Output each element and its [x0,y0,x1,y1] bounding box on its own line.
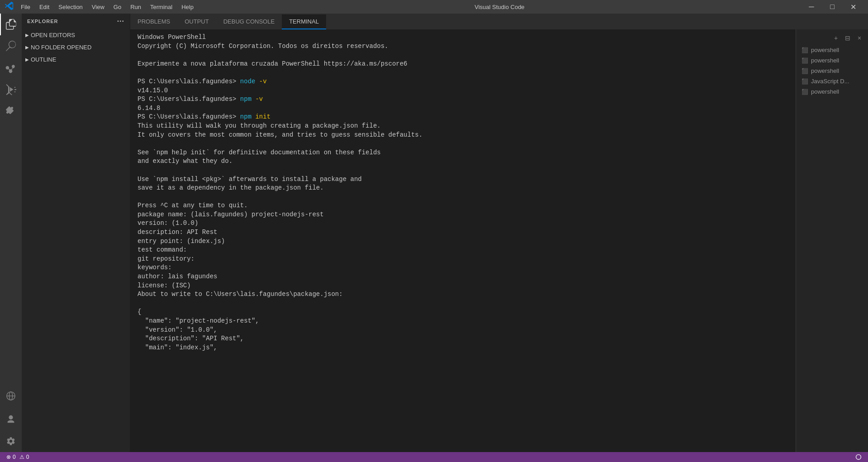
outline-header[interactable]: ▶ OUTLINE [22,54,130,65]
account-icon[interactable] [0,409,22,430]
explorer-label: Explorer [27,19,58,24]
terminal-instance-label: powershell [811,47,839,53]
terminal-instance-label: powershell [811,67,839,74]
terminal-instance-item[interactable]: ⬛powershell [796,66,868,76]
menu-go[interactable]: Go [109,2,126,12]
terminal-area: Windows PowerShell Copyright (C) Microso… [130,29,868,452]
terminal-instance-item[interactable]: ⬛JavaScript D... [796,76,868,86]
tab-debug-console[interactable]: DEBUG CONSOLE [216,14,282,29]
no-folder-header[interactable]: ▶ NO FOLDER OPENED [22,42,130,52]
status-remote[interactable] [853,454,864,460]
terminal-instance-icon: ⬛ [802,68,808,74]
open-editors-section: ▶ OPEN EDITORS [22,29,130,41]
terminal-instance-icon: ⬛ [802,57,808,64]
menu-edit[interactable]: Edit [35,2,54,12]
vscode-logo [5,1,14,12]
outline-chevron: ▶ [25,57,29,62]
open-editors-label: OPEN EDITORS [31,32,75,38]
new-terminal-button[interactable]: + [831,33,841,43]
maximize-button[interactable]: □ [822,0,843,14]
warning-count: 0 [26,454,29,460]
status-bar: ⊗ 0 ⚠ 0 [0,452,868,462]
terminal-instance-icon: ⬛ [802,47,808,53]
kill-terminal-button[interactable]: × [854,33,864,43]
menu-bar: File Edit Selection View Go Run Terminal… [16,2,198,12]
terminal-instance-icon: ⬛ [802,89,808,95]
terminal-panel-header: + ⊟ × [796,31,868,45]
error-icon: ⊗ [6,454,11,460]
run-debug-icon[interactable] [0,79,22,100]
menu-file[interactable]: File [16,2,35,12]
minimize-button[interactable]: ─ [801,0,822,14]
activity-bar [0,14,22,452]
menu-help[interactable]: Help [177,2,198,12]
menu-selection[interactable]: Selection [54,2,87,12]
tab-terminal[interactable]: TERMINAL [282,14,326,29]
terminal-instance-item[interactable]: ⬛powershell [796,86,868,97]
open-editors-chevron: ▶ [25,33,29,38]
title-bar: File Edit Selection View Go Run Terminal… [0,0,868,14]
sidebar-more-button[interactable]: ··· [117,17,124,25]
remote-explorer-icon[interactable] [0,385,22,407]
terminal-instance-item[interactable]: ⬛powershell [796,45,868,55]
window-title: Visual Studio Code [198,4,801,10]
open-editors-header[interactable]: ▶ OPEN EDITORS [22,30,130,40]
no-folder-label: NO FOLDER OPENED [31,44,91,51]
source-control-icon[interactable] [0,57,22,79]
terminal-instance-icon: ⬛ [802,78,808,85]
warning-icon: ⚠ [19,454,24,460]
terminal-instance-label: JavaScript D... [811,78,849,85]
error-count: 0 [13,454,16,460]
files-icon[interactable] [0,14,22,35]
main-layout: Explorer ··· ▶ OPEN EDITORS ▶ NO FOLDER … [0,14,868,452]
menu-run[interactable]: Run [126,2,146,12]
tab-output[interactable]: OUTPUT [177,14,216,29]
status-right [853,454,864,460]
terminal-output[interactable]: Windows PowerShell Copyright (C) Microso… [130,29,796,452]
settings-icon[interactable] [0,430,22,452]
terminal-instances: ⬛powershell⬛powershell⬛powershell⬛JavaSc… [796,45,868,97]
outline-section: ▶ OUTLINE [22,53,130,66]
terminal-instance-item[interactable]: ⬛powershell [796,55,868,66]
sidebar-header: Explorer ··· [22,14,130,29]
outline-label: OUTLINE [31,56,56,63]
content-area: PROBLEMS OUTPUT DEBUG CONSOLE TERMINAL W… [130,14,868,452]
tab-problems[interactable]: PROBLEMS [130,14,177,29]
window-controls: ─ □ ✕ [801,0,863,14]
status-errors[interactable]: ⊗ 0 ⚠ 0 [4,452,32,462]
split-terminal-button[interactable]: ⊟ [843,33,853,43]
close-button[interactable]: ✕ [843,0,863,14]
no-folder-chevron: ▶ [25,45,29,50]
menu-terminal[interactable]: Terminal [146,2,177,12]
terminal-instance-label: powershell [811,57,839,64]
extensions-icon[interactable] [0,100,22,122]
terminal-instance-label: powershell [811,88,839,95]
sidebar: Explorer ··· ▶ OPEN EDITORS ▶ NO FOLDER … [22,14,130,452]
search-icon[interactable] [0,35,22,57]
menu-view[interactable]: View [87,2,109,12]
terminal-panel-list: + ⊟ × ⬛powershell⬛powershell⬛powershell⬛… [796,29,868,452]
no-folder-section: ▶ NO FOLDER OPENED [22,41,130,53]
panel-tabs: PROBLEMS OUTPUT DEBUG CONSOLE TERMINAL [130,14,868,29]
